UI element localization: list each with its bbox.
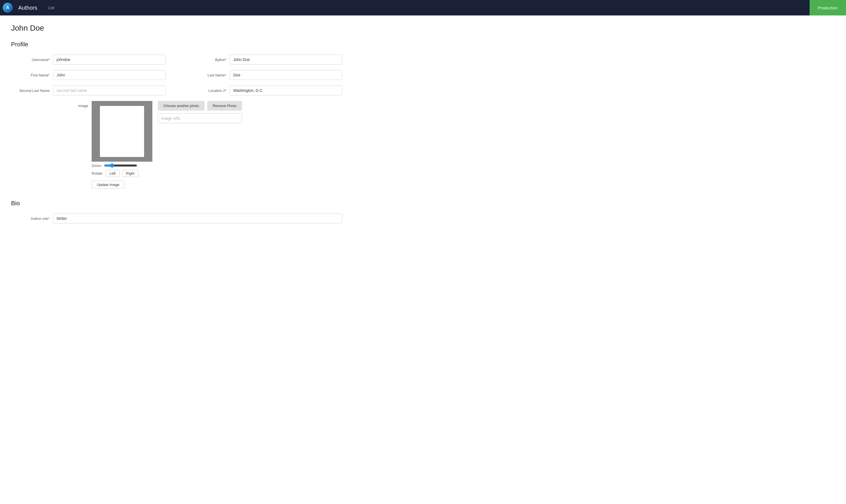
image-url-input[interactable] [158,113,242,123]
byline-label: Byline* [188,58,226,62]
image-extra-controls: Zoom: Rotate: Left Right Update Image [11,162,342,189]
last-name-input[interactable] [230,70,342,80]
author-role-input[interactable] [53,214,342,223]
location2-label: Location 2* [188,89,226,93]
image-side-controls: Choose another photo Remove Photo [158,101,242,123]
rotate-label: Rotate: [92,171,103,176]
first-name-field-pair: First Name* [11,70,165,80]
image-right: Choose another photo Remove Photo [92,101,242,162]
image-preview [100,106,144,157]
profile-form-row1: Username* Byline* [11,55,342,65]
zoom-label: Zoom: [92,164,102,168]
logo-text: A [6,5,10,10]
zoom-slider[interactable] [104,163,137,168]
page-title: John Doe [11,24,835,33]
bio-section: Bio Author role* [11,200,835,223]
second-last-name-input[interactable] [53,86,165,95]
production-badge: Production [810,0,846,15]
location2-field-pair: Location 2* [188,86,342,95]
location2-input[interactable] [230,86,342,95]
profile-form-row2: First Name* Last Name* [11,70,342,80]
byline-field-pair: Byline* [188,55,342,65]
author-role-label: Author role* [11,217,50,221]
last-name-field-pair: Last Name* [188,70,342,80]
bio-section-title: Bio [11,200,835,207]
header-nav-list[interactable]: List [48,5,54,10]
image-label: Image [11,101,92,108]
second-last-name-field-pair: Second Last Name [11,86,165,95]
spacer [11,189,835,197]
main-content: John Doe Profile Username* Byline* First… [0,15,846,504]
username-input[interactable] [53,55,165,65]
header: A Authors List Production [0,0,846,15]
author-role-field-pair: Author role* [11,214,342,223]
rotate-right-button[interactable]: Right [122,170,139,177]
profile-form-row3: Second Last Name Location 2* [11,86,342,95]
first-name-input[interactable] [53,70,165,80]
logo[interactable]: A [0,0,15,15]
header-title: Authors [18,5,37,11]
image-buttons-row: Choose another photo Remove Photo [158,101,242,111]
last-name-label: Last Name* [188,73,226,77]
first-name-label: First Name* [11,73,50,77]
profile-section-title: Profile [11,41,835,48]
username-label: Username* [11,58,50,62]
choose-photo-button[interactable]: Choose another photo [158,101,205,111]
zoom-rotate-area: Zoom: Rotate: Left Right Update Image [92,162,139,189]
byline-input[interactable] [230,55,342,65]
username-field-pair: Username* [11,55,165,65]
production-label: Production [818,5,838,10]
image-canvas [92,101,152,162]
rotate-left-button[interactable]: Left [105,170,120,177]
rotate-row: Rotate: Left Right [92,170,139,177]
logo-circle: A [3,3,13,13]
image-section: Image Choose another photo Remove Photo [11,101,342,162]
second-last-name-label: Second Last Name [11,89,50,93]
remove-photo-button[interactable]: Remove Photo [207,101,242,111]
update-image-button[interactable]: Update Image [92,181,125,189]
zoom-row: Zoom: [92,163,139,168]
